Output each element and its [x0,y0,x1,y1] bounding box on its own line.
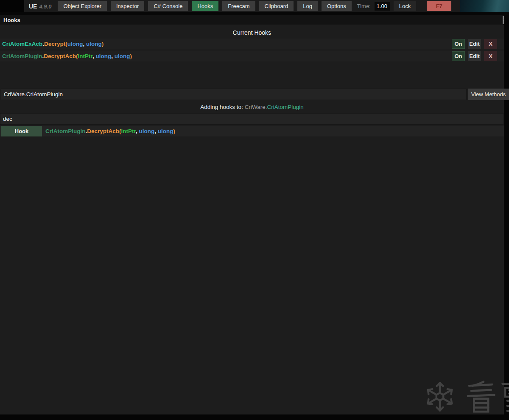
app-name: UE [29,3,37,10]
game-viewport-corner-left [0,0,24,12]
method-signature: CriAtomPlugin.DecryptAcb(IntPtr, ulong, … [45,126,175,136]
time-label: Time: [357,3,371,9]
kanxue-watermark-text [462,380,509,414]
adding-hooks-to-label: Adding hooks to: CriWare.CriAtomPlugin [0,104,504,110]
hook-signature: CriAtomPlugin.DecryptAcb(IntPtr, ulong, … [0,53,132,59]
tab-log[interactable]: Log [297,1,318,11]
hook-delete-button[interactable]: X [484,51,497,61]
hook-row-actions: On Edit X [452,51,504,61]
tab-freecam[interactable]: Freecam [222,1,255,11]
tab-hooks[interactable]: Hooks [192,1,218,11]
hook-row-actions: On Edit X [452,39,504,49]
tab-object-explorer[interactable]: Object Explorer [58,1,107,11]
time-scale-input[interactable] [375,2,390,11]
method-filter-input[interactable] [0,113,504,125]
app-version: 4.9.0 [39,3,51,10]
hooks-panel-titlebar[interactable]: Hooks [0,15,504,25]
snowflake-icon [424,381,456,412]
app-brand: UE 4.9.0 [29,3,51,10]
view-methods-button[interactable]: View Methods [468,89,509,100]
method-list-row: Hook CriAtomPlugin.DecryptAcb(IntPtr, ul… [0,126,504,136]
hook-method-button[interactable]: Hook [1,126,42,136]
panel-bottom-edge [0,414,509,420]
hook-edit-button[interactable]: Edit [468,39,481,49]
screen: UE 4.9.0 Object Explorer Inspector C# Co… [0,0,509,420]
tab-clipboard[interactable]: Clipboard [259,1,294,11]
hook-row: CriAtomPlugin.DecryptAcb(IntPtr, ulong, … [0,51,504,61]
top-menu-bar: UE 4.9.0 Object Explorer Inspector C# Co… [24,0,460,12]
hook-on-toggle[interactable]: On [452,39,465,49]
hooks-panel-title: Hooks [3,17,20,23]
tab-options[interactable]: Options [322,1,352,11]
current-hooks-heading: Current Hooks [0,29,504,36]
hook-delete-button[interactable]: X [484,39,497,49]
time-lock-button[interactable]: Lock [394,1,416,11]
hook-row: CriAtomExAcb.Decrypt(ulong, ulong) On Ed… [0,39,504,49]
hook-signature: CriAtomExAcb.Decrypt(ulong, ulong) [0,41,103,47]
hotkey-f7-button[interactable]: F7 [427,1,451,11]
tab-inspector[interactable]: Inspector [111,1,144,11]
hook-edit-button[interactable]: Edit [468,51,481,61]
game-viewport-corner-right [460,0,509,12]
hooks-panel-content: Current Hooks CriAtomExAcb.Decrypt(ulong… [0,25,504,414]
panel-right-edge [504,15,509,420]
class-name-input[interactable] [1,89,467,100]
tab-csharp-console[interactable]: C# Console [148,1,188,11]
kanxue-watermark [424,380,509,414]
hook-on-toggle[interactable]: On [452,51,465,61]
